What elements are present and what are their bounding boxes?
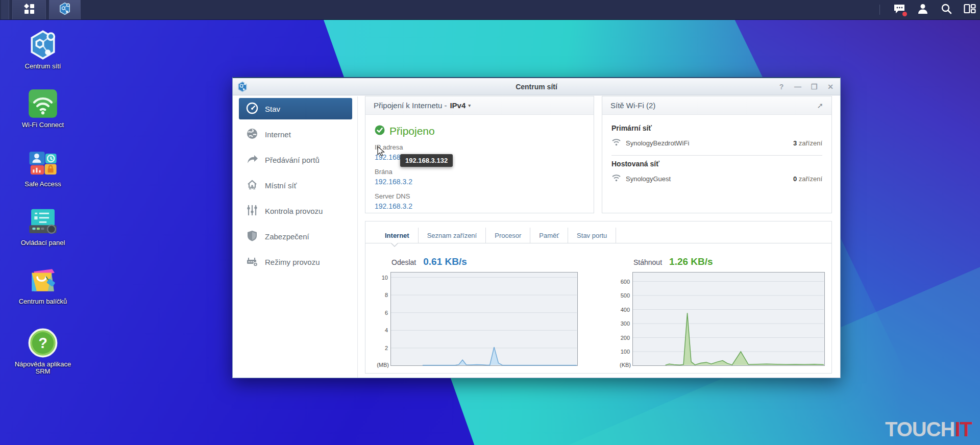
tabs-underline bbox=[365, 243, 831, 243]
svg-text:500: 500 bbox=[621, 292, 630, 299]
chevron-down-icon[interactable]: ▾ bbox=[468, 103, 471, 108]
minimize-button[interactable]: — bbox=[793, 83, 802, 91]
gateway-field: Brána 192.168.3.2 bbox=[375, 168, 584, 186]
notifications-button[interactable] bbox=[893, 4, 905, 16]
main-menu-button[interactable] bbox=[12, 0, 46, 19]
touchit-watermark: TOUCHIT bbox=[885, 418, 972, 441]
popout-arrow-icon[interactable]: ➚ bbox=[817, 101, 823, 110]
wifi-icon bbox=[13, 89, 72, 118]
sidebar-item-local-network[interactable]: Místní síť bbox=[239, 175, 352, 196]
tab-port-status[interactable]: Stav portu bbox=[568, 228, 616, 243]
network-center-window: Centrum sítí ? — ❒ ✕ Stav Internet Předá… bbox=[232, 77, 841, 378]
help-icon: ? bbox=[13, 328, 72, 358]
svg-text:10: 10 bbox=[382, 275, 388, 281]
forward-arrow-icon bbox=[246, 153, 258, 167]
tab-device-list[interactable]: Seznam zařízení bbox=[419, 228, 486, 243]
upload-chart: Odeslat 0.61 KB/s 108642(MB) bbox=[371, 256, 578, 370]
wifi-networks-panel: Sítě Wi-Fi (2) ➚ Primární síť SynologyBe… bbox=[602, 96, 832, 213]
window-titlebar[interactable]: Centrum sítí ? — ❒ ✕ bbox=[233, 78, 840, 95]
control-panel-icon bbox=[13, 207, 72, 236]
download-chart-label: Stáhnout bbox=[633, 258, 662, 266]
dns-server-value[interactable]: 192.168.3.2 bbox=[375, 202, 584, 210]
gauge-icon bbox=[246, 102, 258, 116]
window-app-icon bbox=[237, 81, 248, 95]
watermark-touch: TOUCH bbox=[885, 418, 954, 440]
sidebar-item-label: Stav bbox=[265, 105, 280, 113]
taskbar-network-center-button[interactable] bbox=[49, 0, 81, 19]
traffic-monitor-panel: Internet Seznam zařízení Procesor Paměť … bbox=[365, 221, 832, 374]
sidebar-item-label: Zabezpečení bbox=[265, 232, 309, 241]
sidebar-item-label: Internet bbox=[265, 130, 291, 139]
sidebar-item-label: Předávání portů bbox=[265, 156, 320, 164]
svg-text:8: 8 bbox=[385, 292, 388, 298]
notification-badge bbox=[902, 12, 907, 16]
tab-memory[interactable]: Paměť bbox=[530, 228, 568, 243]
search-icon bbox=[941, 3, 952, 16]
help-button[interactable]: ? bbox=[777, 83, 786, 91]
maximize-button[interactable]: ❒ bbox=[810, 83, 819, 91]
desktop-icon-safe-access[interactable]: Safe Access bbox=[13, 148, 72, 188]
internet-connection-panel: Připojení k Internetu - IPv4 ▾ Připojeno… bbox=[365, 96, 594, 213]
desktop-icon-label: Safe Access bbox=[13, 181, 72, 188]
guest-network-row[interactable]: SynologyGuest 0 zařízení bbox=[611, 174, 822, 184]
taskbar bbox=[0, 0, 980, 20]
wifi-panel-header: Sítě Wi-Fi (2) ➚ bbox=[602, 96, 831, 115]
svg-text:100: 100 bbox=[621, 349, 630, 355]
upload-chart-value: 0.61 KB/s bbox=[423, 256, 467, 267]
protocol-selector[interactable]: IPv4 bbox=[450, 101, 465, 110]
close-button[interactable]: ✕ bbox=[826, 83, 835, 91]
sliders-icon bbox=[246, 204, 258, 218]
user-icon bbox=[917, 3, 928, 16]
sidebar-item-label: Režimy provozu bbox=[265, 258, 320, 266]
svg-text:(KB): (KB) bbox=[620, 362, 631, 368]
monitor-tabs: Internet Seznam zařízení Procesor Paměť … bbox=[365, 228, 831, 243]
user-menu-button[interactable] bbox=[917, 4, 929, 16]
dns-server-field: Server DNS 192.168.3.2 bbox=[375, 192, 584, 210]
desktop-icon-label: Centrum sítí bbox=[13, 63, 72, 70]
apps-grid-icon bbox=[23, 3, 35, 16]
tab-processor[interactable]: Procesor bbox=[486, 228, 530, 243]
sidebar-item-stav[interactable]: Stav bbox=[239, 98, 352, 119]
svg-text:400: 400 bbox=[621, 307, 630, 313]
search-button[interactable] bbox=[940, 4, 952, 16]
connection-panel-title: Připojení k Internetu - bbox=[374, 101, 447, 110]
sidebar-item-operation-modes[interactable]: Režimy provozu bbox=[239, 251, 352, 273]
svg-text:2: 2 bbox=[385, 345, 388, 351]
download-chart: Stáhnout 1.26 KB/s 600500400300200100(KB… bbox=[613, 256, 825, 370]
sidebar-item-port-forwarding[interactable]: Předávání portů bbox=[239, 149, 352, 170]
desktop-icon-control-panel[interactable]: Ovládací panel bbox=[13, 207, 72, 246]
wifi-panel-title: Sítě Wi-Fi (2) bbox=[610, 101, 655, 110]
network-center-icon bbox=[13, 30, 72, 60]
gateway-value[interactable]: 192.168.3.2 bbox=[375, 178, 584, 186]
svg-text:?: ? bbox=[38, 335, 47, 351]
widgets-button[interactable] bbox=[964, 4, 976, 16]
svg-text:600: 600 bbox=[621, 279, 630, 285]
field-label: Brána bbox=[375, 168, 584, 176]
primary-network-title: Primární síť bbox=[611, 124, 822, 132]
connected-check-icon bbox=[375, 125, 385, 137]
field-label: IP adresa bbox=[375, 143, 584, 151]
desktop-icon-wifi-connect[interactable]: Wi-Fi Connect bbox=[13, 89, 72, 129]
desktop-icon-label: Centrum balíčků bbox=[13, 298, 72, 305]
upload-chart-label: Odeslat bbox=[391, 258, 416, 266]
ip-tooltip: 192.168.3.132 bbox=[400, 154, 453, 167]
primary-network-row[interactable]: SynologyBezdrotWiFi 3 zařízení bbox=[611, 138, 822, 148]
download-chart-plot: 600500400300200100(KB) bbox=[613, 272, 825, 370]
sidebar-item-internet[interactable]: Internet bbox=[239, 123, 352, 145]
desktop-icon-package-center[interactable]: Centrum balíčků bbox=[13, 265, 72, 305]
desktop-icon-network-center[interactable]: Centrum sítí bbox=[13, 30, 72, 70]
tab-internet[interactable]: Internet bbox=[376, 228, 419, 243]
primary-device-count: 3 zařízení bbox=[793, 139, 822, 147]
window-title: Centrum sítí bbox=[233, 83, 840, 91]
wifi-signal-icon bbox=[611, 174, 621, 184]
sidebar-item-security[interactable]: Zabezpečení bbox=[239, 226, 352, 247]
svg-text:200: 200 bbox=[621, 335, 630, 341]
widgets-icon bbox=[964, 3, 976, 16]
sidebar-item-traffic-control[interactable]: Kontrola provozu bbox=[239, 200, 352, 221]
desktop-icon-srm-help[interactable]: ? Nápověda aplikace SRM bbox=[13, 328, 72, 375]
sidebar-item-label: Místní síť bbox=[265, 181, 297, 190]
show-desktop-button[interactable] bbox=[1, 0, 9, 19]
primary-ssid: SynologyBezdrotWiFi bbox=[626, 139, 689, 147]
window-sidebar: Stav Internet Předávání portů Místní síť… bbox=[233, 96, 358, 378]
desktop-icon-label: Ovládací panel bbox=[13, 239, 72, 246]
